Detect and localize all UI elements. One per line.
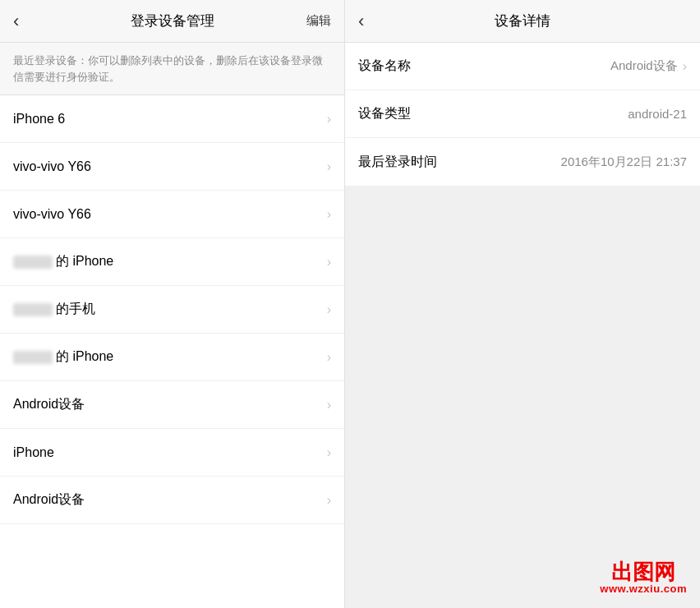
device-name: iPhone 6	[13, 112, 65, 127]
right-panel: ‹ 设备详情 设备名称Android设备›设备类型android-21最后登录时…	[345, 0, 700, 608]
detail-row-2: 最后登录时间2016年10月22日 21:37	[345, 138, 700, 186]
device-name-blurred: 的 iPhone	[13, 348, 113, 366]
chevron-right-icon: ›	[327, 207, 331, 222]
device-item-phone-blurred[interactable]: 的手机›	[0, 286, 344, 334]
device-item-iphone-blurred1[interactable]: 的 iPhone›	[0, 238, 344, 286]
chevron-right-icon: ›	[327, 398, 331, 412]
right-header: ‹ 设备详情	[345, 0, 700, 43]
detail-value: Android设备	[610, 58, 678, 74]
detail-value-wrap: 2016年10月22日 21:37	[561, 154, 687, 170]
detail-card: 设备名称Android设备›设备类型android-21最后登录时间2016年1…	[345, 43, 700, 186]
detail-label: 设备类型	[358, 105, 411, 122]
device-name-blurred: 的手机	[13, 301, 95, 318]
device-name: Android设备	[13, 491, 85, 509]
detail-label: 设备名称	[358, 58, 411, 75]
detail-label: 最后登录时间	[358, 154, 437, 171]
chevron-right-icon: ›	[327, 493, 331, 508]
device-item-vivo2[interactable]: vivo-vivo Y66›	[0, 191, 344, 238]
left-header: ‹ 登录设备管理 编辑	[0, 0, 344, 43]
chevron-right-icon: ›	[327, 302, 331, 317]
device-name-text: 的 iPhone	[56, 253, 113, 270]
detail-content: 设备名称Android设备›设备类型android-21最后登录时间2016年1…	[345, 43, 700, 608]
device-name-text: 的 iPhone	[56, 348, 113, 366]
chevron-right-icon: ›	[327, 350, 331, 365]
detail-row-1: 设备类型android-21	[345, 90, 700, 138]
device-name: vivo-vivo Y66	[13, 207, 91, 222]
detail-value-wrap: android-21	[628, 107, 687, 121]
device-item-iphone-plain[interactable]: iPhone›	[0, 429, 344, 477]
left-back-button[interactable]: ‹	[13, 7, 25, 35]
detail-value-wrap: Android设备›	[610, 58, 687, 74]
chevron-right-icon: ›	[327, 159, 331, 174]
left-back-icon: ‹	[13, 11, 19, 32]
device-name: iPhone	[13, 445, 54, 460]
detail-row-0[interactable]: 设备名称Android设备›	[345, 43, 700, 90]
device-name: vivo-vivo Y66	[13, 159, 91, 174]
notice-text: 最近登录设备：你可以删除列表中的设备，删除后在该设备登录微信需要进行身份验证。	[0, 43, 344, 95]
chevron-right-icon: ›	[327, 112, 331, 127]
device-item-vivo1[interactable]: vivo-vivo Y66›	[0, 143, 344, 191]
detail-value: android-21	[628, 107, 687, 121]
edit-button[interactable]: 编辑	[306, 13, 331, 29]
detail-value: 2016年10月22日 21:37	[561, 154, 687, 170]
device-name-blurred: 的 iPhone	[13, 253, 113, 270]
main-container: ‹ 登录设备管理 编辑 最近登录设备：你可以删除列表中的设备，删除后在该设备登录…	[0, 0, 700, 608]
device-name-text: 的手机	[56, 301, 95, 318]
right-back-button[interactable]: ‹	[358, 7, 371, 35]
detail-chevron-icon: ›	[683, 59, 687, 74]
right-back-icon: ‹	[358, 11, 364, 32]
device-item-android1[interactable]: Android设备›	[0, 381, 344, 429]
device-item-iphone-blurred2[interactable]: 的 iPhone›	[0, 334, 344, 381]
blur-block	[13, 351, 53, 364]
chevron-right-icon: ›	[327, 255, 331, 269]
chevron-right-icon: ›	[327, 445, 331, 460]
device-item-android2[interactable]: Android设备›	[0, 477, 344, 524]
device-list: iPhone 6›vivo-vivo Y66›vivo-vivo Y66›的 i…	[0, 95, 344, 608]
right-panel-title: 设备详情	[495, 12, 550, 30]
device-name: Android设备	[13, 396, 85, 413]
blur-block	[13, 256, 53, 269]
left-panel-title: 登录设备管理	[131, 12, 214, 30]
blur-block	[13, 303, 53, 316]
left-panel: ‹ 登录设备管理 编辑 最近登录设备：你可以删除列表中的设备，删除后在该设备登录…	[0, 0, 345, 608]
device-item-iphone6[interactable]: iPhone 6›	[0, 95, 344, 143]
